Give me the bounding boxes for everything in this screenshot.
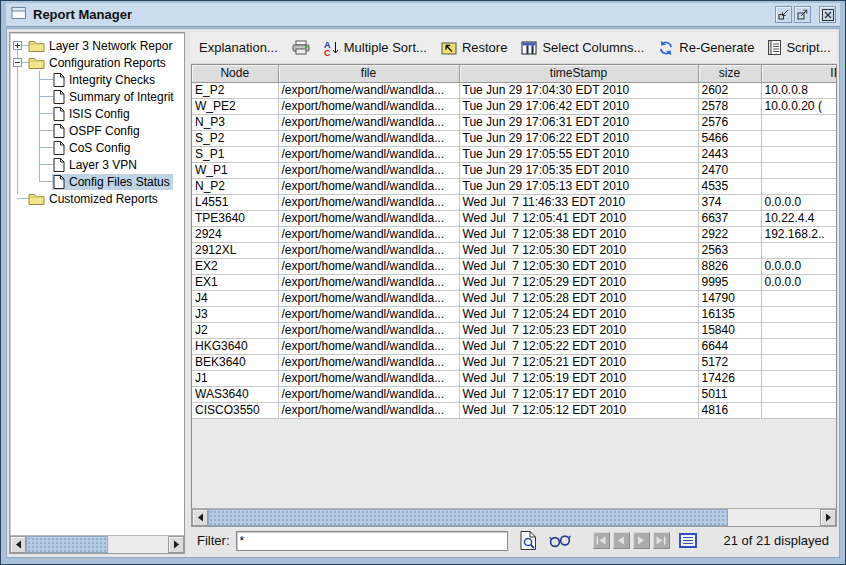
toolbar-button-label: Multiple Sort... [344, 40, 427, 55]
table-row[interactable]: WAS3640/export/home/wandl/wandlda...Wed … [192, 386, 837, 402]
tree-item-layer3-vpn[interactable]: Layer 3 VPN [10, 156, 184, 173]
maximize-button[interactable] [794, 6, 811, 23]
next-page-button[interactable] [633, 532, 650, 549]
table-row[interactable]: J4/export/home/wandl/wandlda...Wed Jul 7… [192, 290, 837, 306]
table-row[interactable]: L4551/export/home/wandl/wandlda...Wed Ju… [192, 194, 837, 210]
nav-last-icon [656, 536, 666, 545]
table-row[interactable]: CISCO3550/export/home/wandl/wandlda...We… [192, 402, 837, 418]
first-page-button[interactable] [593, 532, 610, 549]
expand-handle[interactable] [13, 41, 22, 50]
toolbar-button-label: Select Columns... [542, 40, 644, 55]
cell-size: 6637 [698, 210, 761, 226]
cell-node: EX1 [192, 274, 278, 290]
cell-node: W_PE2 [192, 98, 278, 114]
multiple-sort-button[interactable]: ACMultiple Sort... [324, 40, 427, 56]
table-scroll-right-button[interactable] [820, 509, 836, 526]
advanced-search-button[interactable] [549, 531, 571, 550]
prev-page-button[interactable] [613, 532, 630, 549]
title-bar[interactable]: Report Manager [6, 3, 840, 27]
tree-item-cos-config[interactable]: CoS Config [10, 139, 184, 156]
column-header-timestamp[interactable]: timeStamp [459, 65, 698, 82]
table-row[interactable]: J1/export/home/wandl/wandlda...Wed Jul 7… [192, 370, 837, 386]
table-scroll-thumb[interactable] [208, 509, 728, 526]
script-button[interactable]: Script... [768, 40, 830, 55]
cell-file: /export/home/wandl/wandlda... [278, 194, 459, 210]
cell-file: /export/home/wandl/wandlda... [278, 146, 459, 162]
cell-ip [761, 146, 837, 162]
table-row[interactable]: 2912XL/export/home/wandl/wandlda...Wed J… [192, 242, 837, 258]
cell-timestamp: Tue Jun 29 17:05:13 EDT 2010 [459, 178, 698, 194]
minimize-button[interactable] [775, 6, 792, 23]
column-header-size[interactable]: size [698, 65, 761, 82]
tree-item-label: CoS Config [69, 141, 130, 155]
tree-item-isis-config[interactable]: ISIS Config [10, 105, 184, 122]
last-page-button[interactable] [653, 532, 670, 549]
table-row[interactable]: TPE3640/export/home/wandl/wandlda...Wed … [192, 210, 837, 226]
cell-timestamp: Wed Jul 7 12:05:24 EDT 2010 [459, 306, 698, 322]
filter-input[interactable] [236, 531, 508, 551]
tree-scroll-left-button[interactable] [10, 536, 26, 553]
table-row[interactable]: W_PE2/export/home/wandl/wandlda...Tue Ju… [192, 98, 837, 114]
table-header-row: NodefiletimeStampsizeIP [192, 65, 837, 82]
table-row[interactable]: N_P3/export/home/wandl/wandlda...Tue Jun… [192, 114, 837, 130]
tree-item-content: OSPF Config [52, 123, 143, 139]
page-nav-group [593, 532, 673, 549]
folder-icon [28, 56, 45, 69]
table-row[interactable]: N_P2/export/home/wandl/wandlda...Tue Jun… [192, 178, 837, 194]
minimize-icon [778, 9, 789, 20]
tree-scroll-track[interactable] [26, 536, 168, 553]
column-header-file[interactable]: file [278, 65, 459, 82]
table-scroll-left-button[interactable] [192, 509, 208, 526]
table-row[interactable]: S_P2/export/home/wandl/wandlda...Tue Jun… [192, 130, 837, 146]
table-row[interactable]: E_P2/export/home/wandl/wandlda...Tue Jun… [192, 82, 837, 98]
tree-item-integrity-checks[interactable]: Integrity Checks [10, 71, 184, 88]
tree-horizontal-scrollbar[interactable] [10, 535, 184, 553]
tree-item-summary-of-integrity[interactable]: Summary of Integrit [10, 88, 184, 105]
tree-item-content: ISIS Config [52, 106, 133, 122]
cell-node: 2924 [192, 226, 278, 242]
cell-file: /export/home/wandl/wandlda... [278, 354, 459, 370]
explanation-button[interactable]: Explanation... [199, 40, 278, 55]
cell-timestamp: Wed Jul 7 12:05:23 EDT 2010 [459, 322, 698, 338]
toolbar-button-label: Re-Generate [679, 40, 754, 55]
cell-node: E_P2 [192, 82, 278, 98]
tree-item-configuration-reports[interactable]: Configuration Reports [10, 54, 184, 71]
cell-node: CISCO3550 [192, 402, 278, 418]
table-row[interactable]: S_P1/export/home/wandl/wandlda...Tue Jun… [192, 146, 837, 162]
print-button[interactable] [292, 40, 310, 55]
select-columns-button[interactable]: Select Columns... [521, 40, 644, 55]
column-header-ip[interactable]: IP [761, 65, 837, 82]
tree-item-label: OSPF Config [69, 124, 140, 138]
close-button[interactable] [819, 6, 836, 23]
cell-size: 2470 [698, 162, 761, 178]
table-row[interactable]: 2924/export/home/wandl/wandlda...Wed Jul… [192, 226, 837, 242]
cell-size: 15840 [698, 322, 761, 338]
tree-scroll-right-button[interactable] [168, 536, 184, 553]
table-row[interactable]: J3/export/home/wandl/wandlda...Wed Jul 7… [192, 306, 837, 322]
column-header-node[interactable]: Node [192, 65, 278, 82]
show-all-button[interactable] [679, 533, 697, 548]
tree-item-customized-reports[interactable]: Customized Reports [10, 190, 184, 207]
table-horizontal-scrollbar[interactable] [191, 508, 837, 527]
table-row[interactable]: HKG3640/export/home/wandl/wandlda...Wed … [192, 338, 837, 354]
toolbar-button-label: Restore [462, 40, 508, 55]
cell-ip: 0.0.0.0 [761, 274, 837, 290]
document-icon [53, 90, 65, 104]
table-scroll-track[interactable] [208, 509, 820, 526]
document-icon [53, 73, 65, 87]
table-row[interactable]: EX1/export/home/wandl/wandlda...Wed Jul … [192, 274, 837, 290]
tree-item-layer3-network-reports[interactable]: Layer 3 Network Repor [10, 37, 184, 54]
table-row[interactable]: W_P1/export/home/wandl/wandlda...Tue Jun… [192, 162, 837, 178]
tree-item-ospf-config[interactable]: OSPF Config [10, 122, 184, 139]
tree-scroll-thumb[interactable] [26, 536, 108, 553]
restore-button[interactable]: Restore [441, 40, 508, 55]
table-row[interactable]: J2/export/home/wandl/wandlda...Wed Jul 7… [192, 322, 837, 338]
collapse-handle[interactable] [13, 58, 22, 67]
cell-file: /export/home/wandl/wandlda... [278, 114, 459, 130]
table-row[interactable]: EX2/export/home/wandl/wandlda...Wed Jul … [192, 258, 837, 274]
regenerate-button[interactable]: Re-Generate [658, 40, 754, 56]
table-row[interactable]: BEK3640/export/home/wandl/wandlda...Wed … [192, 354, 837, 370]
window-icon [11, 6, 27, 24]
tree-item-config-files-status[interactable]: Config Files Status [10, 173, 184, 190]
filter-report-button[interactable] [520, 531, 537, 550]
